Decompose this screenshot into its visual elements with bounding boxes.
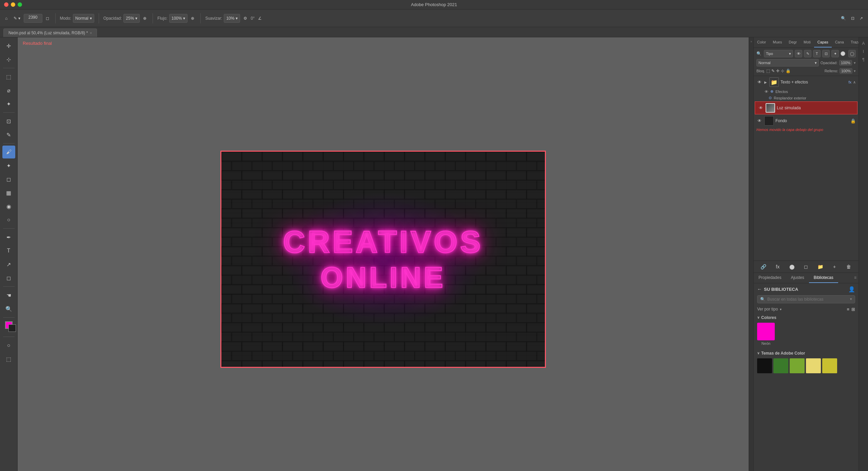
pen-tool[interactable]: ✒ [2, 231, 15, 244]
layer-luz-simulada[interactable]: 👁 Luz simulada [755, 101, 857, 114]
layer-type-dropdown[interactable]: Tipo ▾ [764, 50, 793, 57]
eyedropper-tool[interactable]: ✎ [2, 128, 15, 141]
lock-move-btn[interactable]: ✛ [776, 69, 780, 73]
libraries-adobe-color-header[interactable]: ∨ Temas de Adobe Color [754, 349, 859, 357]
adobe-swatch-0[interactable] [757, 358, 772, 373]
new-layer-btn[interactable]: + [830, 263, 839, 271]
eraser-tool[interactable]: ◻ [2, 173, 15, 186]
marquee-tool[interactable]: ⬚ [2, 70, 15, 83]
pressure-opacity-button[interactable]: ⊕ [141, 15, 148, 22]
libraries-view-chevron[interactable]: ▾ [780, 307, 782, 311]
luz-simulada-visibility[interactable]: 👁 [758, 106, 764, 110]
flow-dropdown[interactable]: 100% ▾ [169, 14, 188, 23]
filter-toggle[interactable]: ◯ [848, 50, 856, 57]
panel-tab-mues[interactable]: Mues [769, 37, 785, 48]
close-traffic-light[interactable] [4, 2, 8, 7]
adobe-swatch-1[interactable] [773, 358, 788, 373]
fondo-visibility[interactable]: 👁 [756, 118, 763, 123]
pressure-flow-button[interactable]: ⊕ [189, 15, 196, 22]
gradient-tool[interactable]: ▦ [2, 186, 15, 199]
lock-all-btn[interactable]: 🔒 [786, 69, 791, 73]
libraries-search-chevron[interactable]: ▾ [850, 297, 852, 301]
libraries-search-bar[interactable]: 🔍 ▾ [757, 295, 855, 303]
screen-mode-tool[interactable]: ⬚ [2, 353, 15, 365]
clone-stamp-tool[interactable]: ✦ [2, 159, 15, 172]
tab-bibliotecas[interactable]: Bibliotecas [809, 273, 838, 283]
group-fx-badge[interactable]: fx [848, 80, 851, 84]
opacity-dropdown[interactable]: 25% ▾ [123, 14, 140, 23]
layer-group-btn[interactable]: 📁 [816, 263, 824, 271]
libraries-view-label[interactable]: Ver por tipo [757, 307, 778, 312]
layer-group-texto-efectos[interactable]: 👁 ▶ 📁 Texto + efectos fx ∧ [754, 76, 859, 88]
adobe-swatch-3[interactable] [806, 358, 821, 373]
delete-layer-btn[interactable]: 🗑 [845, 263, 853, 271]
libraries-user-icon[interactable]: 👤 [848, 286, 855, 293]
panel-tab-moti[interactable]: Moti [800, 37, 814, 48]
layer-smart-filter[interactable]: ⊡ [822, 50, 830, 57]
angle-button[interactable]: ∠ [256, 15, 263, 22]
tab-propiedades[interactable]: Propiedades [754, 273, 786, 283]
artboard-tool[interactable]: ⊹ [2, 53, 15, 66]
lock-artboard-btn[interactable]: ⊹ [781, 69, 784, 73]
layer-fondo[interactable]: 👁 Fondo 🔒 [754, 115, 859, 127]
blur-tool[interactable]: ◉ [2, 200, 15, 213]
workspace-button[interactable]: ⊡ [849, 15, 856, 22]
quick-mask-tool[interactable]: ○ [2, 339, 15, 352]
group-expand-icon[interactable]: ▶ [764, 80, 767, 84]
panel-tab-traza[interactable]: Traza [847, 37, 859, 48]
panel-tab-color[interactable]: Color [754, 37, 769, 48]
panel-tab-capas[interactable]: Capas [814, 37, 832, 48]
adobe-swatch-4[interactable] [822, 358, 837, 373]
bottom-panel-menu[interactable]: ≡ [852, 273, 859, 283]
magic-wand-tool[interactable]: ✦ [2, 97, 15, 110]
group-visibility-icon[interactable]: 👁 [756, 80, 763, 84]
layer-mask-btn[interactable]: ◻ [802, 263, 810, 271]
lock-transparent-btn[interactable]: ⬚ [766, 69, 770, 73]
brush-preset-button[interactable]: ✎ ▾ [12, 15, 22, 22]
neon-color-swatch[interactable] [757, 323, 775, 340]
home-button[interactable]: ⌂ [3, 15, 9, 22]
group-expand-arrow[interactable]: ∧ [853, 80, 856, 84]
dodge-tool[interactable]: ○ [2, 213, 15, 226]
layer-visible-filter[interactable]: 👁 [795, 50, 802, 57]
canvas[interactable]: CREATIVOS ONLINE [220, 151, 546, 368]
panel-collapse-strip[interactable]: » [749, 37, 753, 471]
background-color[interactable] [8, 324, 16, 332]
lock-brush-btn[interactable]: ✎ [771, 69, 775, 73]
minimize-traffic-light[interactable] [11, 2, 15, 7]
document-tab[interactable]: Neón.psd al 50,4% (Luz simulada, RGB/8) … [3, 29, 97, 37]
maximize-traffic-light[interactable] [18, 2, 22, 7]
crop-tool[interactable]: ⊡ [2, 115, 15, 128]
lasso-tool[interactable]: ⌀ [2, 84, 15, 97]
smooth-dropdown[interactable]: 10% ▾ [224, 14, 240, 23]
libraries-colores-header[interactable]: ∨ Colores [754, 313, 859, 321]
layer-fx-btn[interactable]: fx [774, 263, 782, 271]
strip-icon-2[interactable]: I [860, 48, 867, 55]
layer-T-filter[interactable]: T [813, 50, 821, 57]
zoom-tool[interactable]: 🔍 [2, 302, 15, 315]
strip-icon-1[interactable]: A [860, 40, 867, 47]
path-select-tool[interactable]: ↗ [2, 258, 15, 271]
shape-tool[interactable]: ◻ [2, 271, 15, 284]
libraries-grid-view-btn[interactable]: ⊞ [851, 307, 855, 312]
tab-close-button[interactable]: × [90, 31, 92, 35]
libraries-list-view-btn[interactable]: ≡ [847, 307, 849, 312]
color-swatches[interactable] [2, 320, 15, 335]
tab-ajustes[interactable]: Ajustes [786, 273, 809, 283]
canvas-wrapper[interactable]: CREATIVOS ONLINE [18, 48, 749, 471]
libraries-search-input[interactable] [767, 297, 848, 302]
move-tool[interactable]: ✛ [2, 39, 15, 52]
search-button-top[interactable]: 🔍 [839, 15, 848, 22]
adobe-swatch-2[interactable] [790, 358, 805, 373]
blend-mode-dropdown[interactable]: Normal ▾ [756, 59, 819, 67]
smooth-settings-button[interactable]: ⚙ [242, 15, 249, 22]
brush-tool[interactable]: 🖌 [2, 146, 15, 158]
opacity-value[interactable]: 100% [839, 60, 852, 65]
mode-dropdown[interactable]: Normal ▾ [73, 14, 94, 23]
type-tool[interactable]: T [2, 244, 15, 257]
link-layers-btn[interactable]: 🔗 [760, 263, 768, 271]
strip-icon-3[interactable]: ¶ [860, 56, 867, 63]
share-button[interactable]: ↗ [858, 15, 865, 22]
layer-brush-filter[interactable]: ✎ [804, 50, 811, 57]
fill-value[interactable]: 100% [840, 68, 852, 74]
